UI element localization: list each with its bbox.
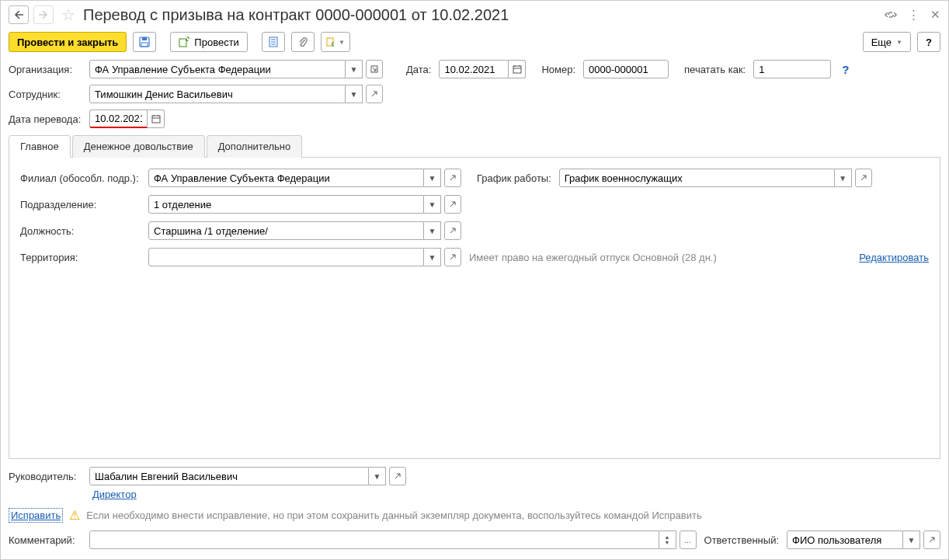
attach-button[interactable] — [291, 32, 315, 52]
toolbar: Провести и закрыть Провести ▼ Еще ▼ ? — [1, 29, 948, 60]
employee-dropdown-button[interactable]: ▼ — [346, 85, 363, 103]
save-button[interactable] — [133, 32, 156, 52]
open-icon — [370, 90, 378, 98]
post-icon — [179, 37, 189, 47]
manager-input-group: ▼ — [89, 467, 406, 485]
tab-main[interactable]: Главное — [9, 135, 71, 158]
print-as-input[interactable] — [753, 60, 831, 78]
position-input-group: ▼ — [148, 221, 461, 240]
footer: Руководитель: ▼ Директор Исправить ⚠ Есл… — [1, 459, 948, 557]
date-calendar-button[interactable] — [509, 60, 526, 78]
open-icon — [928, 536, 936, 544]
branch-open-button[interactable] — [444, 169, 461, 187]
edit-vacation-link[interactable]: Редактировать — [859, 252, 929, 263]
nav-forward-button — [33, 5, 54, 24]
manager-dropdown-button[interactable]: ▼ — [369, 467, 386, 485]
branch-label: Филиал (обособл. подр.): — [20, 172, 141, 184]
position-open-button[interactable] — [444, 221, 461, 240]
manager-role-link[interactable]: Директор — [92, 489, 137, 500]
responsible-open-button[interactable] — [923, 530, 940, 549]
schedule-open-button[interactable] — [855, 169, 872, 187]
division-dropdown-button[interactable]: ▼ — [424, 195, 441, 214]
help-button[interactable]: ? — [917, 32, 940, 52]
header-form: Организация: ▼ Дата: Номер: печатать как… — [1, 60, 948, 459]
schedule-input-group: ▼ — [559, 169, 872, 187]
post-button-label: Провести — [194, 37, 239, 48]
territory-input[interactable] — [148, 248, 424, 266]
more-button-label: Еще — [871, 37, 892, 48]
link-icon[interactable] — [885, 9, 897, 21]
comment-input[interactable] — [89, 530, 659, 549]
svg-rect-2 — [141, 43, 148, 47]
correct-link[interactable]: Исправить — [9, 508, 63, 523]
comment-ellipsis-button[interactable]: … — [680, 530, 697, 549]
division-open-button[interactable] — [444, 195, 461, 214]
print-as-label: печатать как: — [684, 64, 746, 75]
warning-text: Если необходимо внести исправление, но п… — [86, 510, 701, 521]
employee-input-group: ▼ — [89, 85, 383, 103]
manager-open-button[interactable] — [389, 467, 406, 485]
svg-rect-15 — [152, 116, 160, 123]
report-button[interactable] — [262, 32, 285, 52]
warning-icon: ⚠ — [69, 508, 80, 523]
schedule-dropdown-button[interactable]: ▼ — [835, 169, 852, 187]
responsible-label: Ответственный: — [704, 534, 779, 546]
document-plus-icon — [326, 37, 334, 47]
vacation-info-text: Имеет право на ежегодный отпуск Основной… — [469, 252, 851, 263]
number-label: Номер: — [541, 64, 575, 75]
org-open-button[interactable] — [366, 60, 383, 78]
svg-rect-1 — [142, 37, 147, 40]
branch-input-group: ▼ — [148, 169, 461, 187]
post-button[interactable]: Провести — [170, 32, 248, 52]
date-input[interactable] — [439, 60, 509, 78]
arrow-right-icon — [39, 11, 48, 19]
employee-input[interactable] — [89, 85, 346, 103]
responsible-input[interactable] — [787, 530, 903, 549]
close-icon[interactable]: ✕ — [930, 8, 940, 22]
schedule-input[interactable] — [559, 169, 835, 187]
kebab-menu-icon[interactable]: ⋮ — [908, 8, 919, 22]
calendar-icon — [151, 114, 161, 123]
favorite-star-icon[interactable]: ☆ — [61, 5, 75, 24]
manager-input[interactable] — [89, 467, 369, 485]
transfer-date-calendar-button[interactable] — [148, 110, 165, 128]
transfer-date-input-group — [89, 110, 165, 128]
window-title: Перевод с призыва на контракт 0000-00000… — [83, 6, 880, 24]
open-icon — [370, 65, 378, 73]
post-and-close-button[interactable]: Провести и закрыть — [9, 32, 127, 52]
org-input-group: ▼ — [89, 60, 383, 78]
org-input[interactable] — [89, 60, 346, 78]
date-input-group — [439, 60, 526, 78]
employee-label: Сотрудник: — [9, 89, 82, 100]
territory-dropdown-button[interactable]: ▼ — [424, 248, 441, 266]
tab-additional[interactable]: Дополнительно — [207, 135, 303, 158]
comment-spinner-up[interactable]: ▲▼ — [659, 530, 676, 549]
branch-dropdown-button[interactable]: ▼ — [424, 169, 441, 187]
division-input[interactable] — [148, 195, 424, 214]
nav-back-button[interactable] — [9, 5, 29, 24]
open-icon — [394, 472, 402, 480]
more-button[interactable]: Еще ▼ — [863, 32, 911, 52]
paperclip-icon — [297, 37, 308, 47]
tabs: Главное Денежное довольствие Дополнитель… — [9, 134, 940, 158]
tab-content-main: Филиал (обособл. подр.): ▼ График работы… — [9, 158, 940, 459]
responsible-dropdown-button[interactable]: ▼ — [903, 530, 920, 549]
territory-open-button[interactable] — [444, 248, 461, 266]
employee-open-button[interactable] — [366, 85, 383, 103]
open-icon — [449, 227, 457, 235]
number-input[interactable] — [583, 60, 669, 78]
responsible-input-group: ▼ — [787, 530, 940, 549]
chevron-down-icon: ▼ — [339, 39, 345, 46]
position-dropdown-button[interactable]: ▼ — [424, 221, 441, 240]
arrow-left-icon — [14, 11, 23, 19]
position-input[interactable] — [148, 221, 424, 240]
transfer-date-input[interactable] — [89, 110, 148, 128]
org-dropdown-button[interactable]: ▼ — [346, 60, 363, 78]
title-bar: ☆ Перевод с призыва на контракт 0000-000… — [1, 1, 948, 29]
tab-allowance[interactable]: Денежное довольствие — [72, 135, 205, 158]
print-as-help-icon[interactable]: ? — [842, 63, 849, 76]
open-icon — [449, 174, 457, 182]
create-based-on-button[interactable]: ▼ — [321, 32, 350, 52]
comment-input-group: ▲▼ … — [89, 530, 697, 549]
branch-input[interactable] — [148, 169, 424, 187]
